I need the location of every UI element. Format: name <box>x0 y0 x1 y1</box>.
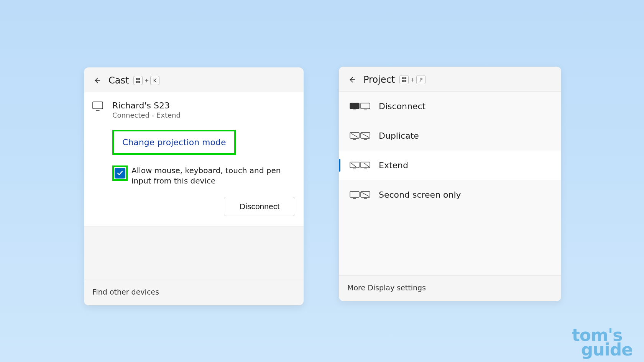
shortcut-plus: + <box>410 77 415 83</box>
arrow-left-icon <box>93 76 101 85</box>
option-label: Second screen only <box>379 190 461 200</box>
allow-input-checkbox[interactable] <box>112 165 128 181</box>
checkbox-checked-icon <box>115 168 125 179</box>
cast-body: Richard's S23 Connected - Extend Change … <box>84 92 304 226</box>
more-display-settings-link[interactable]: More Display settings <box>339 275 561 301</box>
extend-icon <box>350 162 370 169</box>
svg-rect-14 <box>361 162 370 168</box>
device-status: Connected - Extend <box>112 111 295 119</box>
shortcut-key: P <box>416 75 426 84</box>
duplicate-icon <box>350 132 370 140</box>
svg-rect-5 <box>402 77 404 79</box>
windows-key-icon <box>133 76 143 85</box>
device-row: Richard's S23 Connected - Extend Change … <box>92 101 295 216</box>
project-options: Disconnect Duplicate Extend Second scree… <box>339 91 561 275</box>
shortcut-plus: + <box>144 77 149 84</box>
windows-key-icon <box>399 75 409 84</box>
project-panel: Project + P Disconnect Duplicate <box>339 67 561 301</box>
watermark-line2: guide <box>572 342 632 357</box>
svg-rect-8 <box>404 80 406 82</box>
svg-rect-10 <box>361 103 370 109</box>
option-label: Duplicate <box>379 131 419 141</box>
svg-rect-2 <box>136 81 138 83</box>
option-disconnect[interactable]: Disconnect <box>339 92 561 121</box>
cast-header: Cast + K <box>84 67 304 92</box>
svg-rect-7 <box>402 80 404 82</box>
monitor-icon <box>92 101 104 216</box>
watermark-logo: tom's guide <box>572 328 632 357</box>
project-header: Project + P <box>339 67 561 91</box>
option-second-screen-only[interactable]: Second screen only <box>339 180 561 210</box>
allow-input-label: Allow mouse, keyboard, touch and pen inp… <box>131 165 295 186</box>
change-projection-mode-button[interactable]: Change projection mode <box>112 130 236 155</box>
device-info: Richard's S23 Connected - Extend Change … <box>112 101 295 216</box>
disconnect-button[interactable]: Disconnect <box>224 197 295 216</box>
cast-title: Cast <box>108 75 129 86</box>
svg-rect-13 <box>350 162 359 168</box>
device-name: Richard's S23 <box>112 101 295 110</box>
svg-rect-0 <box>136 78 138 80</box>
svg-rect-4 <box>93 102 103 109</box>
option-label: Extend <box>379 161 408 170</box>
allow-input-row: Allow mouse, keyboard, touch and pen inp… <box>112 165 295 186</box>
back-button[interactable] <box>92 76 102 85</box>
arrow-left-icon <box>348 75 356 84</box>
svg-rect-9 <box>350 103 359 109</box>
svg-rect-1 <box>138 78 140 80</box>
disconnect-icon <box>350 103 370 110</box>
svg-rect-15 <box>350 192 359 197</box>
find-other-devices-link[interactable]: Find other devices <box>84 280 304 305</box>
svg-rect-6 <box>404 77 406 79</box>
svg-rect-3 <box>138 81 140 83</box>
second-only-icon <box>350 191 370 199</box>
option-duplicate[interactable]: Duplicate <box>339 121 561 151</box>
project-shortcut: + P <box>399 75 426 84</box>
disconnect-row: Disconnect <box>112 197 295 216</box>
project-title: Project <box>363 74 395 85</box>
option-extend[interactable]: Extend <box>339 151 561 180</box>
shortcut-key: K <box>150 76 159 85</box>
cast-shortcut: + K <box>133 76 159 85</box>
back-button[interactable] <box>347 75 356 84</box>
option-label: Disconnect <box>379 102 426 111</box>
cast-panel: Cast + K Richard's S23 Connected - Exten… <box>84 67 304 305</box>
